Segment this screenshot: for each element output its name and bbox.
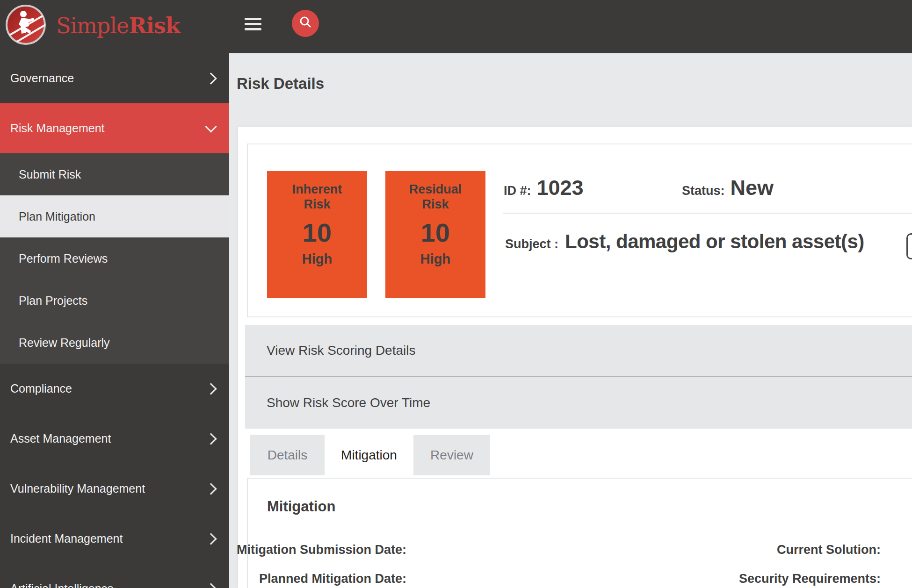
risk-subject-label: Subject : (505, 237, 558, 251)
chevron-right-icon (205, 533, 217, 545)
sidebar-item-label: Governance (10, 72, 74, 85)
sidebar-item-asset-management[interactable]: Asset Management (0, 414, 229, 464)
risk-details-card: Inherent Risk 10 High Residual Risk 10 H… (238, 127, 912, 588)
chevron-down-icon (205, 121, 217, 132)
score-label: Inherent Risk (282, 182, 352, 212)
hamburger-icon (245, 28, 261, 30)
sidebar-item-label: Submit Risk (19, 168, 81, 181)
mitigation-submission-date-label: Mitigation Submission Date: (231, 543, 406, 557)
hamburger-icon (245, 18, 261, 20)
sidebar-item-governance[interactable]: Governance (0, 53, 229, 103)
tab-mitigation[interactable]: Mitigation (325, 435, 413, 475)
tab-details[interactable]: Details (250, 435, 325, 475)
sidebar-item-label: Vulnerability Management (10, 482, 145, 495)
simplerisk-app: SimpleRisk Governance Risk Management (0, 0, 912, 588)
security-requirements-label: Security Requirements: (694, 572, 881, 586)
sidebar-item-label: Perform Reviews (19, 252, 108, 265)
sidebar-item-label: Compliance (10, 382, 72, 395)
main-content: Risk Details Inherent Risk 10 High Resid… (229, 53, 912, 588)
sidebar-item-risk-management[interactable]: Risk Management (0, 103, 229, 153)
risk-subject-value: Lost, damaged or stolen asset(s) (565, 230, 864, 252)
menu-toggle-button[interactable] (245, 18, 261, 30)
simplerisk-logo[interactable]: SimpleRisk (5, 2, 180, 49)
sidebar-item-label: Incident Management (10, 532, 123, 545)
sidebar-nav: Governance Risk Management Submit Risk P… (0, 53, 229, 588)
residual-risk-score-box: Residual Risk 10 High (385, 171, 485, 298)
risk-status-label: Status: (682, 184, 725, 198)
chevron-right-icon (205, 483, 217, 495)
sidebar-item-label: Plan Projects (19, 294, 87, 308)
logo-text-simple: Simple (56, 13, 129, 38)
sidebar-item-review-regularly[interactable]: Review Regularly (0, 322, 229, 364)
risk-summary-panel: Inherent Risk 10 High Residual Risk 10 H… (247, 143, 912, 317)
chevron-right-icon (205, 433, 217, 445)
sidebar-item-label: Asset Management (10, 432, 111, 445)
risk-id-value: 1023 (537, 176, 584, 200)
risk-id-label: ID #: (504, 184, 531, 198)
risk-id: ID #:1023 (504, 176, 584, 205)
edit-subject-icon[interactable] (906, 233, 912, 259)
tab-review[interactable]: Review (413, 435, 490, 475)
sidebar-item-plan-projects[interactable]: Plan Projects (0, 280, 229, 322)
risk-scoring-accordion: View Risk Scoring Details Show Risk Scor… (245, 325, 912, 429)
search-icon (298, 15, 312, 31)
score-value: 10 (421, 220, 450, 246)
risk-tabs: Details Mitigation Review (250, 435, 490, 475)
sidebar-item-label: Plan Mitigation (19, 210, 95, 223)
sidebar-item-plan-mitigation[interactable]: Plan Mitigation (0, 195, 229, 237)
score-level: High (302, 251, 332, 267)
mitigation-panel: Mitigation Mitigation Submission Date: P… (247, 478, 912, 588)
view-risk-scoring-details-toggle[interactable]: View Risk Scoring Details (245, 325, 912, 376)
simplerisk-logo-text: SimpleRisk (56, 15, 180, 36)
chevron-right-icon (205, 383, 217, 394)
score-value: 10 (303, 220, 332, 246)
score-label: Residual Risk (400, 182, 470, 212)
simplerisk-logo-icon (5, 4, 47, 48)
page-title: Risk Details (237, 75, 324, 93)
chevron-right-icon (205, 72, 217, 84)
hamburger-icon (245, 23, 261, 25)
sidebar-item-incident-management[interactable]: Incident Management (0, 514, 229, 564)
sidebar-item-artificial-intelligence[interactable]: Artificial Intelligence (0, 564, 229, 588)
top-bar: SimpleRisk (0, 0, 912, 53)
sidebar-item-submit-risk[interactable]: Submit Risk (0, 153, 229, 195)
chevron-right-icon (205, 583, 217, 588)
risk-status: Status:New (682, 176, 774, 205)
inherent-risk-score-box: Inherent Risk 10 High (267, 171, 367, 298)
sidebar-item-label: Artificial Intelligence (10, 582, 114, 588)
score-level: High (420, 251, 450, 267)
current-solution-label: Current Solution: (694, 543, 881, 557)
sidebar-item-label: Risk Management (10, 122, 104, 135)
sidebar-item-perform-reviews[interactable]: Perform Reviews (0, 237, 229, 280)
sidebar-item-compliance[interactable]: Compliance (0, 364, 229, 414)
risk-status-value: New (731, 176, 774, 200)
mitigation-heading: Mitigation (267, 498, 335, 515)
sidebar-item-vulnerability-management[interactable]: Vulnerability Management (0, 464, 229, 514)
planned-mitigation-date-label: Planned Mitigation Date: (231, 572, 406, 586)
sidebar-item-label: Review Regularly (19, 336, 110, 350)
logo-text-risk: Risk (129, 13, 180, 38)
show-risk-score-over-time-toggle[interactable]: Show Risk Score Over Time (245, 376, 912, 429)
search-button[interactable] (292, 10, 319, 37)
divider (503, 213, 912, 214)
risk-subject: Subject :Lost, damaged or stolen asset(s… (505, 230, 864, 258)
